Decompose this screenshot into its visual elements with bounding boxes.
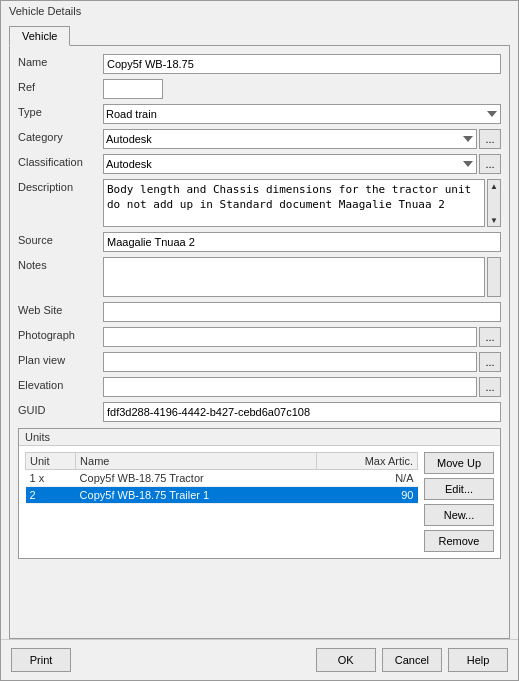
- elevation-label: Elevation: [18, 377, 103, 391]
- source-label: Source: [18, 232, 103, 246]
- vehicle-details-window: Vehicle Details Vehicle Name Ref Type: [0, 0, 519, 681]
- scroll-up-icon: ▲: [488, 180, 500, 192]
- units-content: Unit Name Max Artic. 1 x Copy5f WB-18.75…: [19, 446, 500, 558]
- max-artic-cell: 90: [317, 487, 418, 504]
- plan-view-browse-button[interactable]: ...: [479, 352, 501, 372]
- guid-row: GUID: [18, 402, 501, 422]
- plan-view-control: ...: [103, 352, 501, 372]
- website-control: [103, 302, 501, 322]
- table-row[interactable]: 2 Copy5f WB-18.75 Trailer 1 90: [26, 487, 418, 504]
- cancel-button[interactable]: Cancel: [382, 648, 442, 672]
- print-button[interactable]: Print: [11, 648, 71, 672]
- description-textarea[interactable]: Body length and Chassis dimensions for t…: [103, 179, 485, 227]
- elevation-control: ...: [103, 377, 501, 397]
- tab-content: Name Ref Type Road train: [9, 45, 510, 639]
- tab-vehicle[interactable]: Vehicle: [9, 26, 70, 46]
- photograph-browse-button[interactable]: ...: [479, 327, 501, 347]
- unit-cell: 1 x: [26, 470, 76, 487]
- photograph-row: Photograph ...: [18, 327, 501, 347]
- table-row[interactable]: 1 x Copy5f WB-18.75 Tractor N/A: [26, 470, 418, 487]
- ref-input[interactable]: [103, 79, 163, 99]
- col-name-header: Name: [76, 453, 317, 470]
- source-input[interactable]: [103, 232, 501, 252]
- name-control: [103, 54, 501, 74]
- notes-textarea[interactable]: [103, 257, 485, 297]
- name-input[interactable]: [103, 54, 501, 74]
- units-title: Units: [19, 429, 500, 446]
- guid-input[interactable]: [103, 402, 501, 422]
- elevation-row: Elevation ...: [18, 377, 501, 397]
- col-max-artic-header: Max Artic.: [317, 453, 418, 470]
- description-label: Description: [18, 179, 103, 193]
- max-artic-cell: N/A: [317, 470, 418, 487]
- description-control: Body length and Chassis dimensions for t…: [103, 179, 501, 227]
- units-table-header: Unit Name Max Artic.: [26, 453, 418, 470]
- units-table-wrap: Unit Name Max Artic. 1 x Copy5f WB-18.75…: [25, 452, 418, 552]
- plan-view-row: Plan view ...: [18, 352, 501, 372]
- guid-control: [103, 402, 501, 422]
- new-button[interactable]: New...: [424, 504, 494, 526]
- classification-select[interactable]: Autodesk: [103, 154, 477, 174]
- edit-button[interactable]: Edit...: [424, 478, 494, 500]
- move-up-button[interactable]: Move Up: [424, 452, 494, 474]
- ref-row: Ref: [18, 79, 501, 99]
- ok-button[interactable]: OK: [316, 648, 376, 672]
- units-section: Units Unit Name Max Artic. 1 x: [18, 428, 501, 559]
- source-row: Source: [18, 232, 501, 252]
- photograph-input[interactable]: [103, 327, 477, 347]
- notes-label: Notes: [18, 257, 103, 271]
- elevation-input[interactable]: [103, 377, 477, 397]
- website-row: Web Site: [18, 302, 501, 322]
- footer-right-buttons: OK Cancel Help: [316, 648, 508, 672]
- title-bar: Vehicle Details: [1, 1, 518, 21]
- plan-view-input[interactable]: [103, 352, 477, 372]
- source-control: [103, 232, 501, 252]
- website-label: Web Site: [18, 302, 103, 316]
- category-select-wrap: Autodesk ...: [103, 129, 501, 149]
- guid-label: GUID: [18, 402, 103, 416]
- notes-control: [103, 257, 501, 297]
- remove-button[interactable]: Remove: [424, 530, 494, 552]
- classification-control: Autodesk ...: [103, 154, 501, 174]
- tab-bar: Vehicle: [1, 21, 518, 45]
- website-input[interactable]: [103, 302, 501, 322]
- classification-label: Classification: [18, 154, 103, 168]
- photograph-control: ...: [103, 327, 501, 347]
- help-button[interactable]: Help: [448, 648, 508, 672]
- classification-row: Classification Autodesk ...: [18, 154, 501, 174]
- type-control: Road train: [103, 104, 501, 124]
- classification-select-wrap: Autodesk ...: [103, 154, 501, 174]
- plan-view-label: Plan view: [18, 352, 103, 366]
- col-unit-header: Unit: [26, 453, 76, 470]
- category-label: Category: [18, 129, 103, 143]
- type-select[interactable]: Road train: [103, 104, 501, 124]
- category-select[interactable]: Autodesk: [103, 129, 477, 149]
- notes-scrollbar[interactable]: [487, 257, 501, 297]
- elevation-browse-button[interactable]: ...: [479, 377, 501, 397]
- name-cell: Copy5f WB-18.75 Tractor: [76, 470, 317, 487]
- type-row: Type Road train: [18, 104, 501, 124]
- photograph-label: Photograph: [18, 327, 103, 341]
- category-control: Autodesk ...: [103, 129, 501, 149]
- name-label: Name: [18, 54, 103, 68]
- footer: Print OK Cancel Help: [1, 639, 518, 680]
- ref-control: [103, 79, 501, 99]
- window-title: Vehicle Details: [9, 5, 81, 17]
- notes-row: Notes: [18, 257, 501, 297]
- type-label: Type: [18, 104, 103, 118]
- type-select-wrap: Road train: [103, 104, 501, 124]
- name-cell: Copy5f WB-18.75 Trailer 1: [76, 487, 317, 504]
- description-row: Description Body length and Chassis dime…: [18, 179, 501, 227]
- unit-cell: 2: [26, 487, 76, 504]
- description-scrollbar[interactable]: ▲ ▼: [487, 179, 501, 227]
- classification-browse-button[interactable]: ...: [479, 154, 501, 174]
- category-row: Category Autodesk ...: [18, 129, 501, 149]
- units-buttons: Move Up Edit... New... Remove: [424, 452, 494, 552]
- ref-label: Ref: [18, 79, 103, 93]
- scroll-down-icon: ▼: [488, 214, 500, 226]
- units-table: Unit Name Max Artic. 1 x Copy5f WB-18.75…: [25, 452, 418, 504]
- category-browse-button[interactable]: ...: [479, 129, 501, 149]
- name-row: Name: [18, 54, 501, 74]
